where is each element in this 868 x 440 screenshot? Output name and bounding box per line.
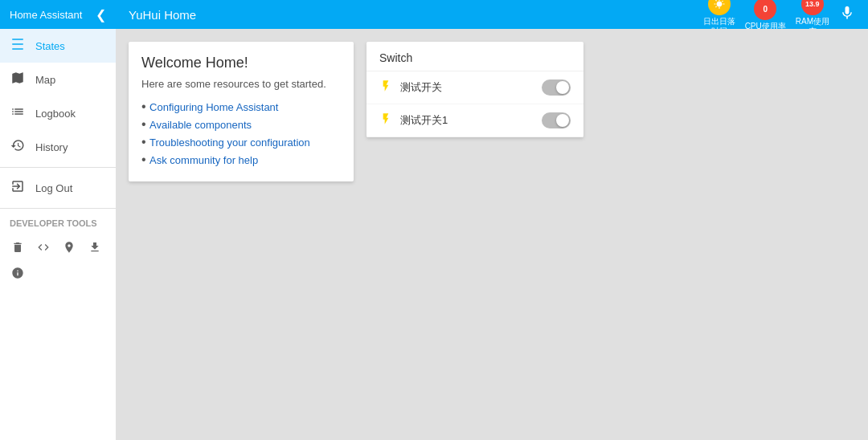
- switch-card: Switch 测试开关: [366, 42, 583, 137]
- sidebar-item-logout[interactable]: Log Out: [0, 171, 116, 205]
- troubleshoot-link[interactable]: Troubleshooting your configuration: [149, 136, 310, 149]
- ram-badge-circle: 13.9: [801, 0, 824, 15]
- dev-tool-info[interactable]: [6, 262, 29, 284]
- community-link[interactable]: Ask community for help: [149, 154, 258, 166]
- sidebar: Home Assistant ❮ States Map Logbook: [0, 0, 116, 440]
- logout-label: Log Out: [35, 182, 72, 194]
- welcome-links: Configuring Home Assistant Available com…: [141, 98, 341, 169]
- sun-badge-circle: [708, 0, 731, 15]
- switch2-label: 测试开关1: [400, 113, 534, 128]
- switch1-toggle[interactable]: [542, 79, 571, 96]
- switch2-thumb: [556, 114, 569, 127]
- switch1-label: 测试开关: [400, 80, 534, 95]
- history-label: History: [35, 141, 68, 153]
- sidebar-item-logbook[interactable]: Logbook: [0, 96, 116, 130]
- dev-tool-download[interactable]: [84, 236, 106, 259]
- link-item-troubleshoot: Troubleshooting your configuration: [141, 133, 341, 151]
- cpu-badge-circle: 0: [754, 0, 776, 20]
- developer-tools-bar: [0, 231, 116, 289]
- content-area: Welcome Home! Here are some resources to…: [116, 29, 868, 440]
- content-header: YuHui Home 日出日落时间 0 CPU使用率: [116, 0, 868, 29]
- states-label: States: [35, 40, 65, 52]
- switch1-icon: [379, 79, 392, 96]
- sidebar-item-map[interactable]: Map: [0, 63, 116, 96]
- configure-link[interactable]: Configuring Home Assistant: [149, 101, 278, 113]
- ram-value: 13.9: [805, 0, 820, 8]
- page-title: YuHui Home: [129, 8, 196, 22]
- welcome-subtitle: Here are some resources to get started.: [141, 78, 341, 90]
- components-link[interactable]: Available components: [149, 119, 252, 131]
- sidebar-collapse-button[interactable]: ❮: [96, 7, 106, 22]
- map-label: Map: [35, 74, 55, 86]
- page-wrapper: YuHui Home 日出日落时间 0 CPU使用率: [116, 0, 868, 440]
- dev-tool-template[interactable]: [6, 236, 29, 259]
- switch2-icon: [379, 112, 392, 128]
- link-item-components: Available components: [141, 116, 341, 133]
- sidebar-divider2: [0, 208, 116, 209]
- welcome-title: Welcome Home!: [141, 55, 341, 71]
- sidebar-item-states[interactable]: States: [0, 29, 116, 63]
- cpu-badge[interactable]: 0 CPU使用率: [745, 0, 786, 31]
- sidebar-item-history[interactable]: History: [0, 130, 116, 164]
- link-item-community: Ask community for help: [141, 151, 341, 169]
- history-icon: [10, 138, 26, 156]
- switch-card-title: Switch: [366, 42, 583, 71]
- cpu-value: 0: [763, 5, 768, 14]
- logbook-icon: [10, 104, 26, 122]
- dev-tool-pin[interactable]: [58, 236, 80, 259]
- states-icon: [10, 37, 26, 55]
- mic-button[interactable]: [839, 5, 855, 25]
- welcome-card: Welcome Home! Here are some resources to…: [129, 42, 354, 181]
- switch1-thumb: [556, 81, 569, 94]
- sidebar-nav: States Map Logbook History: [0, 29, 116, 440]
- switch-row-2: 测试开关1: [366, 104, 583, 137]
- switch2-toggle[interactable]: [542, 112, 571, 128]
- cards-container: Welcome Home! Here are some resources to…: [116, 29, 868, 194]
- sidebar-divider: [0, 167, 116, 168]
- dev-tool-code[interactable]: [32, 236, 55, 259]
- map-icon: [10, 71, 26, 88]
- developer-tools-section: Developer Tools: [0, 212, 116, 231]
- logbook-label: Logbook: [35, 108, 76, 120]
- logout-icon: [10, 179, 26, 197]
- link-item-configure: Configuring Home Assistant: [141, 98, 341, 116]
- switch-row-1: 测试开关: [366, 71, 583, 104]
- sidebar-header: Home Assistant ❮: [0, 0, 116, 29]
- welcome-card-body: Welcome Home! Here are some resources to…: [129, 42, 354, 181]
- app-layout: Home Assistant ❮ States Map Logbook: [0, 0, 868, 440]
- sidebar-title: Home Assistant: [10, 9, 82, 21]
